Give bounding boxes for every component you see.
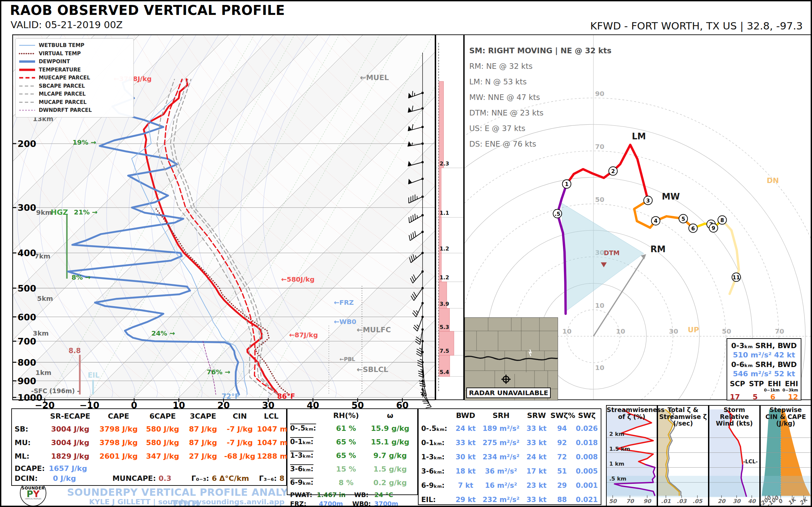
panel-tick-label: 40 xyxy=(748,498,756,504)
svg-text:1: 1 xyxy=(565,181,569,187)
layer-histogram: 2.31.11.21.23.95.37.55.4 xyxy=(436,35,464,400)
kin-cell: 18 kt xyxy=(452,464,479,478)
skewt-annotation: ←SBLCL xyxy=(357,366,388,373)
dcin-label: DCIN: xyxy=(12,473,38,484)
wb0-value: 3700m xyxy=(374,499,398,507)
kin-cell: 24 kt xyxy=(522,450,550,464)
storm-motion-dtm: DTM: NNE @ 23 kts xyxy=(469,109,611,117)
skewt-annotation: EIL xyxy=(88,372,100,379)
col-header: CAPE xyxy=(95,410,142,422)
cell: -68 J/kg xyxy=(222,449,257,463)
storm-motion-lm: LM: N @ 53 kts xyxy=(469,77,611,86)
bar-value: 1.1 xyxy=(440,210,449,216)
streamwiseness-chart: 5070902 km1.5 km1 km.5 km xyxy=(607,406,657,506)
ehi1-header: EHI xyxy=(768,380,781,388)
kin-row-label: 6-9ₖₘ: xyxy=(419,478,452,493)
dcape-value: 1657 J/kg xyxy=(49,464,87,473)
svg-text:3: 3 xyxy=(646,198,650,204)
kin-cell: 24 kt xyxy=(452,421,479,436)
cell: 1047 m xyxy=(257,436,286,449)
kin-cell: 0.001 xyxy=(573,478,600,493)
panel-title: Total ζ & Streamwise ζ (/sec) xyxy=(658,406,708,427)
kin-cell: 0.021 xyxy=(573,493,600,507)
cell: 3004 J/kg xyxy=(45,436,95,449)
rh-header: RH(%) xyxy=(328,410,364,421)
valid-time: VALID: 05-21-2019 00Z xyxy=(11,19,122,31)
kin-cell: 0.026 xyxy=(573,421,600,436)
scp-value: 17 xyxy=(730,393,740,401)
pwat-value: 1.467 in xyxy=(317,491,346,499)
ring-label: 70 xyxy=(775,327,784,335)
kin-cell: 275 m²/s² xyxy=(479,436,522,450)
col-header: 3CAPE xyxy=(184,410,222,422)
kin-cell: 0.018 xyxy=(573,436,600,450)
kin-cell: 7 kt xyxy=(452,478,479,493)
kin-row-label: EIL: xyxy=(419,493,452,507)
skewt-annotation: -SFC (196m) - xyxy=(31,388,80,394)
row-label: MU: xyxy=(12,436,45,449)
frz-value: 4700m xyxy=(319,499,343,507)
radar-map-inset: RADAR UNAVAILABLE xyxy=(465,317,558,400)
cell: 87 J/kg xyxy=(184,422,222,436)
storm-motion-rm: RM: NE @ 32 kts xyxy=(469,62,611,70)
wb-label: WB: xyxy=(354,491,368,499)
storm-motion-sm: SM: RIGHT MOVING | NE @ 32 kts xyxy=(469,46,611,55)
col-header: 6CAPE xyxy=(142,410,184,422)
kin-col-header: SWζ% xyxy=(550,410,573,421)
stp-header: STP xyxy=(749,380,764,388)
bar-value: 5.4 xyxy=(440,369,449,375)
skewt-annotation: 72°F xyxy=(221,393,240,400)
page-title: RAOB OBSERVED VERTICAL PROFILE xyxy=(10,3,285,18)
muncape-label: MUNCAPE: xyxy=(112,473,156,484)
omega-value: 15.1 g/kg xyxy=(364,435,417,449)
skewt-annotation: ←WB0 xyxy=(334,318,356,325)
km-label: 1 km xyxy=(609,461,624,467)
panel-tick-label: 1K xyxy=(787,496,798,506)
bar-value: 3.9 xyxy=(440,301,449,307)
srh-0-3-values: 510 m²/s² 42 kt xyxy=(730,351,798,359)
lcl-label: -LCL- xyxy=(743,459,758,465)
row-label: 3-6ₖₘ: xyxy=(290,465,314,473)
moisture-table: RH(%) ω 0-.5ₖₘ: 61 % 15.9 g/kg 0-1ₖₘ: 65… xyxy=(287,408,418,495)
cell: 1288 m xyxy=(257,449,286,463)
ehi1-sub: 0−1km xyxy=(764,388,779,393)
kin-cell: 16 m²/s² xyxy=(479,478,522,493)
kin-cell: 33 kt xyxy=(522,436,550,450)
bar-value: 1.2 xyxy=(440,245,449,252)
km-label: 2 km xyxy=(609,431,624,437)
cell: 87 J/kg xyxy=(184,436,222,449)
ehi2-value: 12 xyxy=(788,393,798,401)
cell: 2601 J/kg xyxy=(95,449,142,463)
lm-label: LM xyxy=(632,131,646,141)
srh-0-6-label: 0-6ₖₘ SRH, BWD xyxy=(730,360,798,369)
row-label: SB: xyxy=(12,422,45,436)
stepwise-cape-panel: Stepwise CIN & CAPE (J/kg) -200-10001K2K xyxy=(760,405,811,507)
ehi1-value: 6 xyxy=(770,393,775,401)
omega-value: 0.2 g/kg xyxy=(364,476,417,490)
skewt-annotation: 19% → xyxy=(72,139,96,146)
kin-col-header: SWζ xyxy=(573,410,600,421)
row-label: 1-3ₖₘ: xyxy=(290,451,314,459)
dtm-label: DTM xyxy=(604,249,620,257)
bar-value: 1.2 xyxy=(440,274,449,281)
radar-unavailable-label: RADAR UNAVAILABLE xyxy=(466,388,551,398)
cell: -7 J/kg xyxy=(222,436,257,449)
legend-item-wetbulb-temp: WETBULB TEMP xyxy=(19,41,130,50)
dcape-label: DCAPE: xyxy=(12,464,45,473)
skewt-annotation: 5km xyxy=(37,295,53,302)
rm-label: RM xyxy=(650,244,666,254)
panel-tick-label: .03 xyxy=(677,498,687,504)
storm-motion-mw: MW: NNE @ 47 kts xyxy=(469,93,611,102)
 xyxy=(419,410,452,421)
skewt-annotation: 86°F xyxy=(277,393,295,400)
kin-cell: 36 m²/s² xyxy=(479,464,522,478)
frz-label: FRZ: xyxy=(288,499,306,507)
omega-value: 9.7 g/kg xyxy=(364,449,417,462)
panel-tick-label: 30 xyxy=(733,498,741,504)
bar-value: 5.3 xyxy=(440,324,449,330)
kin-cell: 33 kt xyxy=(522,421,550,436)
legend-item-mlcape-parcel: MLCAPE PARCEL xyxy=(19,90,130,98)
pwat-label: PWAT: xyxy=(288,491,312,499)
cell: 27 J/kg xyxy=(184,449,222,463)
ring-label: 10 xyxy=(562,327,571,335)
